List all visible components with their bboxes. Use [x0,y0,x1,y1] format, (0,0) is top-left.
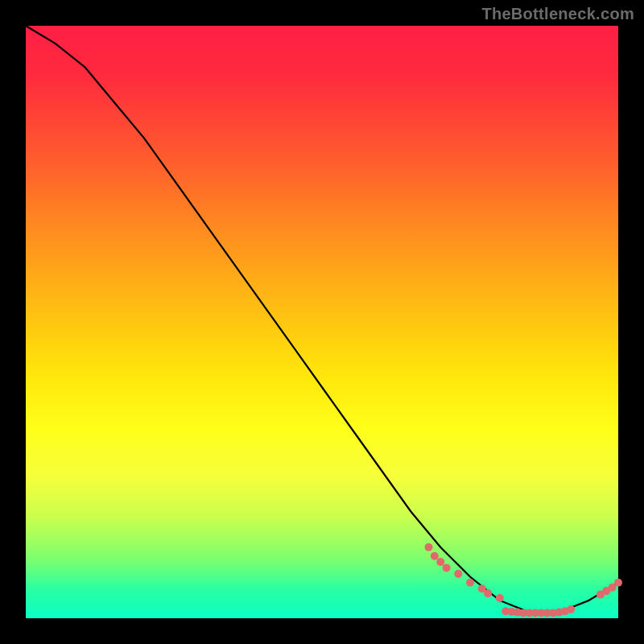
marker-dot [454,570,462,578]
chart-frame: TheBottleneck.com [0,0,644,644]
marker-dot [614,579,622,587]
marker-dots-group [425,543,623,617]
marker-dot [466,579,474,587]
marker-dot [425,543,433,551]
marker-dot [436,558,444,566]
marker-dot [484,589,492,597]
marker-dot [567,605,575,613]
marker-dot [496,594,504,602]
marker-dot [431,552,439,560]
marker-dot [443,564,451,572]
watermark-text: TheBottleneck.com [481,5,634,23]
bottleneck-curve [26,26,618,613]
chart-overlay-svg [26,26,618,618]
